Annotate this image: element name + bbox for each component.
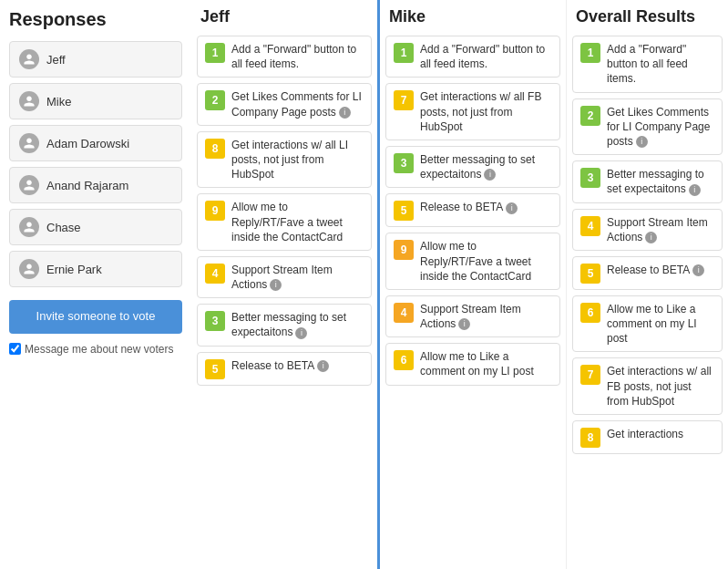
rank-card: 6 Allow me to Like a comment on my LI po… <box>572 295 723 353</box>
rank-card: 3 Better messaging to set expectaitonsi <box>572 160 723 202</box>
mike-items: 1 Add a "Forward" button to all feed ite… <box>385 36 560 386</box>
rank-text: Release to BETAi <box>607 263 714 277</box>
rank-text: Release to BETAi <box>231 358 364 373</box>
info-icon: i <box>506 202 518 214</box>
rank-badge: 5 <box>205 359 225 379</box>
voter-name: Adam Darowski <box>46 137 129 150</box>
info-icon: i <box>339 107 351 119</box>
rank-badge: 7 <box>580 365 600 385</box>
rank-badge: 2 <box>205 90 225 110</box>
rank-card: 3 Better messaging to set expectaitonsi <box>385 146 560 188</box>
voter-name: Chase <box>46 221 81 234</box>
rank-badge: 5 <box>394 201 414 221</box>
rank-text: Add a "Forward" button to all feed items… <box>607 42 714 87</box>
rank-badge: 8 <box>205 139 225 159</box>
message-checkbox-text: Message me about new voters <box>25 343 173 356</box>
rank-card: 9 Allow me to Reply/RT/Fave a tweet insi… <box>197 193 372 251</box>
rank-badge: 6 <box>394 350 414 370</box>
rank-text: Allow me to Reply/RT/Fave a tweet inside… <box>231 200 364 244</box>
info-icon: i <box>689 184 701 196</box>
rank-text: Support Stream Item Actionsi <box>607 215 714 244</box>
voter-item[interactable]: Jeff <box>9 41 182 78</box>
jeff-title: Jeff <box>197 7 372 26</box>
info-icon: i <box>484 169 496 181</box>
mike-column: Mike 1 Add a "Forward" button to all fee… <box>380 0 566 569</box>
rank-text: Release to BETAi <box>420 200 552 214</box>
rank-card: 6 Allow me to Like a comment on my LI po… <box>385 343 560 385</box>
avatar-icon <box>19 217 39 237</box>
rank-card: 4 Support Stream Item Actionsi <box>572 209 723 251</box>
rank-card: 4 Support Stream Item Actionsi <box>197 256 372 298</box>
voter-item[interactable]: Ernie Park <box>9 251 182 287</box>
rank-badge: 9 <box>394 240 414 260</box>
voter-item[interactable]: Adam Darowski <box>9 125 182 161</box>
sidebar-title: Responses <box>9 9 182 30</box>
rank-card: 7 Get interactions w/ all FB posts, not … <box>572 357 723 415</box>
info-icon: i <box>270 279 282 291</box>
rank-badge: 3 <box>580 168 600 188</box>
message-checkbox-label[interactable]: Message me about new voters <box>9 343 182 356</box>
rank-card: 2 Get Likes Comments for LI Company Page… <box>572 98 723 156</box>
rank-badge: 8 <box>580 428 600 448</box>
rank-text: Get interactions w/ all FB posts, not ju… <box>420 89 552 134</box>
info-icon: i <box>636 136 648 148</box>
rank-card: 8 Get interactions w/ all LI posts, not … <box>197 131 372 189</box>
rank-text: Add a "Forward" button to all feed items… <box>420 42 552 71</box>
voter-item[interactable]: Mike <box>9 83 182 119</box>
rank-badge: 4 <box>205 264 225 284</box>
avatar-icon <box>19 91 39 111</box>
rank-badge: 4 <box>394 303 414 323</box>
rank-text: Allow me to Like a comment on my LI post <box>420 349 552 378</box>
rank-text: Better messaging to set expectaitonsi <box>231 310 364 339</box>
rank-text: Get interactions w/ all FB posts, not ju… <box>607 364 714 409</box>
overall-column: Overall Results 1 Add a "Forward" button… <box>566 0 728 569</box>
rank-badge: 3 <box>394 153 414 173</box>
rank-badge: 5 <box>580 264 600 284</box>
rank-text: Get Likes Comments for LI Company Page p… <box>607 105 714 150</box>
rank-badge: 1 <box>394 43 414 63</box>
rank-text: Allow me to Like a comment on my LI post <box>607 302 714 347</box>
jeff-column: Jeff 1 Add a "Forward" button to all fee… <box>191 0 380 569</box>
rank-text: Support Stream Item Actionsi <box>231 263 364 292</box>
rank-text: Better messaging to set expectaitonsi <box>420 152 552 181</box>
voter-item[interactable]: Chase <box>9 209 182 245</box>
rank-badge: 2 <box>580 106 600 126</box>
voter-name: Anand Rajaram <box>46 179 128 192</box>
page: Responses JeffMikeAdam DarowskiAnand Raj… <box>0 0 728 569</box>
voter-name: Ernie Park <box>46 263 102 276</box>
avatar-icon <box>19 259 39 279</box>
voter-name: Jeff <box>46 53 66 67</box>
voter-item[interactable]: Anand Rajaram <box>9 167 182 203</box>
rank-badge: 3 <box>205 311 225 331</box>
overall-items: 1 Add a "Forward" button to all feed ite… <box>572 36 723 454</box>
rank-card: 7 Get interactions w/ all FB posts, not … <box>385 83 560 140</box>
rank-text: Get interactions w/ all LI posts, not ju… <box>231 138 364 182</box>
main-columns: Jeff 1 Add a "Forward" button to all fee… <box>191 0 728 569</box>
rank-card: 5 Release to BETAi <box>385 193 560 227</box>
rank-text: Support Stream Item Actionsi <box>420 302 552 331</box>
info-icon: i <box>645 232 657 243</box>
info-icon: i <box>458 318 470 330</box>
rank-badge: 7 <box>394 90 414 110</box>
sidebar: Responses JeffMikeAdam DarowskiAnand Raj… <box>0 0 191 569</box>
rank-badge: 1 <box>205 43 225 63</box>
rank-card: 8 Get interactions <box>572 420 723 454</box>
invite-button[interactable]: Invite someone to vote <box>9 300 182 334</box>
rank-card: 2 Get Likes Comments for LI Company Page… <box>197 83 372 125</box>
info-icon: i <box>295 327 307 339</box>
rank-card: 9 Allow me to Reply/RT/Fave a tweet insi… <box>385 233 560 290</box>
rank-badge: 6 <box>580 303 600 323</box>
rank-badge: 9 <box>205 201 225 221</box>
rank-card: 1 Add a "Forward" button to all feed ite… <box>197 36 372 78</box>
message-checkbox-input[interactable] <box>9 343 21 355</box>
rank-badge: 4 <box>580 216 600 236</box>
avatar-icon <box>19 175 39 195</box>
voters-list: JeffMikeAdam DarowskiAnand RajaramChaseE… <box>9 41 182 287</box>
info-icon: i <box>317 360 329 372</box>
rank-card: 5 Release to BETAi <box>197 352 372 386</box>
avatar-icon <box>19 49 39 69</box>
overall-title: Overall Results <box>572 7 723 26</box>
jeff-items: 1 Add a "Forward" button to all feed ite… <box>197 36 372 386</box>
rank-text: Better messaging to set expectaitonsi <box>607 167 714 196</box>
avatar-icon <box>19 133 39 153</box>
